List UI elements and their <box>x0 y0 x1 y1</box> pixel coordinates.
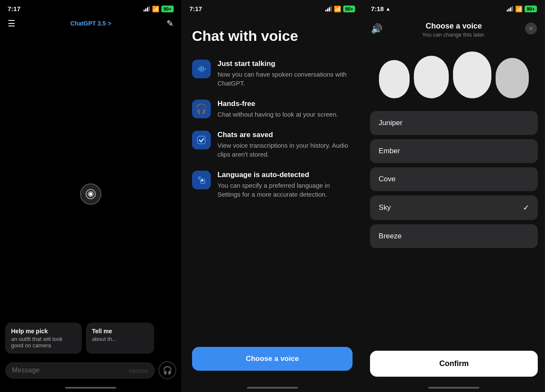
choose-voice-button[interactable]: Choose a voice <box>192 347 353 371</box>
status-bar-2: 7:17 📶 90+ <box>182 0 363 15</box>
status-icons-2: 📶 90+ <box>325 6 356 12</box>
home-indicator-3 <box>428 387 479 389</box>
voice-sky[interactable]: Sky ✓ <box>370 195 538 220</box>
feature-handsfree: 🎧 Hands-free Chat without having to look… <box>192 100 353 119</box>
talking-icon <box>192 60 211 78</box>
location-icon: ▲ <box>385 6 390 12</box>
feat-desc-3: You can specify a preferred language in … <box>218 181 353 199</box>
feature-list: Just start talking Now you can have spok… <box>192 60 353 199</box>
svg-rect-1 <box>198 68 199 70</box>
voice-cove[interactable]: Cove <box>370 167 538 191</box>
avatar-4 <box>496 58 529 98</box>
wifi-icon-1: 📶 <box>152 6 159 12</box>
voice-name-ember: Ember <box>379 147 400 155</box>
feat-desc-1: Chat without having to look at your scre… <box>218 110 338 119</box>
feature-saved-text: Chats are saved View voice transcription… <box>218 131 353 159</box>
signal-icon-1 <box>143 6 150 11</box>
voice-header-center: Choose a voice You can change this later… <box>382 22 525 38</box>
saved-icon <box>192 131 211 149</box>
signal-icon-2 <box>325 6 332 11</box>
voice-juniper[interactable]: Juniper <box>370 111 538 135</box>
message-placeholder: Message <box>12 366 40 374</box>
time-3: 7:18 <box>371 5 384 12</box>
status-icons-3: 📶 90+ <box>507 6 537 12</box>
message-bar: Message ▭▭▭ 🎧 <box>5 361 176 379</box>
voice-content: Chat with voice Just start talking Now y… <box>182 15 363 212</box>
feature-talking: Just start talking Now you can have spok… <box>192 60 353 88</box>
wifi-icon-3: 📶 <box>515 6 522 12</box>
voice-name-breeze: Breeze <box>379 232 402 240</box>
feature-language: Language is auto-detected You can specif… <box>192 171 353 199</box>
handsfree-icon: 🎧 <box>192 100 211 118</box>
feat-title-0: Just start talking <box>218 60 353 68</box>
openai-logo-area <box>80 183 101 205</box>
panel-chat-voice: 7:17 📶 90+ Chat with voice <box>182 0 364 392</box>
feat-desc-0: Now you can have spoken conversations wi… <box>218 70 353 88</box>
chip1-sub: an outfit that will look good on camera <box>11 336 76 349</box>
headphone-icon: 🎧 <box>163 366 172 375</box>
hamburger-icon[interactable]: ☰ <box>8 18 15 29</box>
feature-talking-text: Just start talking Now you can have spok… <box>218 60 353 88</box>
confirm-button[interactable]: Confirm <box>370 351 538 377</box>
chip-outfit[interactable]: Help me pick an outfit that will look go… <box>5 323 82 354</box>
check-mark-sky: ✓ <box>523 203 529 212</box>
close-button[interactable]: ✕ <box>525 23 537 34</box>
panel-chatgpt-main: 7:17 📶 90+ ☰ ChatGPT 3.5 > ✎ <box>0 0 182 392</box>
openai-logo <box>80 183 101 205</box>
battery-1: 90+ <box>161 6 174 12</box>
feature-language-text: Language is auto-detected You can specif… <box>218 171 353 199</box>
top-nav-1: ☰ ChatGPT 3.5 > ✎ <box>0 15 181 34</box>
voice-breeze[interactable]: Breeze <box>370 224 538 248</box>
status-icons-1: 📶 90+ <box>143 6 174 12</box>
speaker-icon: 🔊 <box>371 23 382 34</box>
home-indicator-1 <box>65 387 116 389</box>
signal-icon-3 <box>507 6 513 11</box>
voice-ember[interactable]: Ember <box>370 139 538 163</box>
voice-header-title: Choose a voice <box>382 22 525 31</box>
nav-title-1[interactable]: ChatGPT 3.5 > <box>70 19 111 28</box>
compose-icon[interactable]: ✎ <box>166 18 174 29</box>
status-bar-1: 7:17 📶 90+ <box>0 0 181 15</box>
chip1-title: Help me pick <box>11 328 76 335</box>
feature-handsfree-text: Hands-free Chat without having to look a… <box>218 100 338 119</box>
status-bar-3: 7:18 ▲ 📶 90+ <box>363 0 545 15</box>
voice-name-cove: Cove <box>379 175 396 183</box>
voice-name-juniper: Juniper <box>379 119 402 127</box>
avatar-1 <box>379 60 410 98</box>
panel-choose-voice: 7:18 ▲ 📶 90+ 🔊 Choose a voice You can ch… <box>363 0 545 392</box>
suggestion-chips: Help me pick an outfit that will look go… <box>0 323 181 354</box>
feat-title-3: Language is auto-detected <box>218 171 353 179</box>
chip-tellme[interactable]: Tell me about th... <box>86 323 154 354</box>
voice-list: Juniper Ember Cove Sky ✓ Breeze <box>363 111 545 248</box>
home-indicator-2 <box>247 387 298 389</box>
time-2: 7:17 <box>189 5 202 12</box>
feat-title-1: Hands-free <box>218 100 338 108</box>
feat-title-2: Chats are saved <box>218 131 353 139</box>
waveform-icon: ▭▭▭ <box>129 366 148 375</box>
svg-rect-5 <box>205 68 206 70</box>
time-1: 7:17 <box>8 5 20 12</box>
voice-name-sky: Sky <box>379 203 390 212</box>
wifi-icon-2: 📶 <box>334 6 341 12</box>
avatar-3 <box>453 52 491 98</box>
battery-2: 90+ <box>343 6 356 12</box>
svg-point-0 <box>89 192 92 196</box>
voice-header-sub: You can change this later. <box>382 31 525 38</box>
chip2-sub: about th... <box>92 336 148 342</box>
avatars-row <box>363 41 545 111</box>
feat-desc-2: View voice transcriptions in your histor… <box>218 141 353 159</box>
voice-header: 🔊 Choose a voice You can change this lat… <box>363 15 545 41</box>
status-left-3: 7:18 ▲ <box>371 5 390 12</box>
mic-button[interactable]: 🎧 <box>158 361 176 379</box>
language-icon <box>192 171 211 189</box>
battery-3: 90+ <box>525 6 537 12</box>
svg-rect-2 <box>200 66 201 72</box>
chat-voice-title: Chat with voice <box>192 28 353 44</box>
avatar-2 <box>414 56 449 98</box>
chip2-title: Tell me <box>92 328 148 335</box>
message-input[interactable]: Message ▭▭▭ <box>5 362 155 379</box>
feature-saved: Chats are saved View voice transcription… <box>192 131 353 159</box>
svg-rect-3 <box>201 66 202 72</box>
svg-rect-4 <box>203 67 204 71</box>
svg-rect-6 <box>198 136 205 144</box>
